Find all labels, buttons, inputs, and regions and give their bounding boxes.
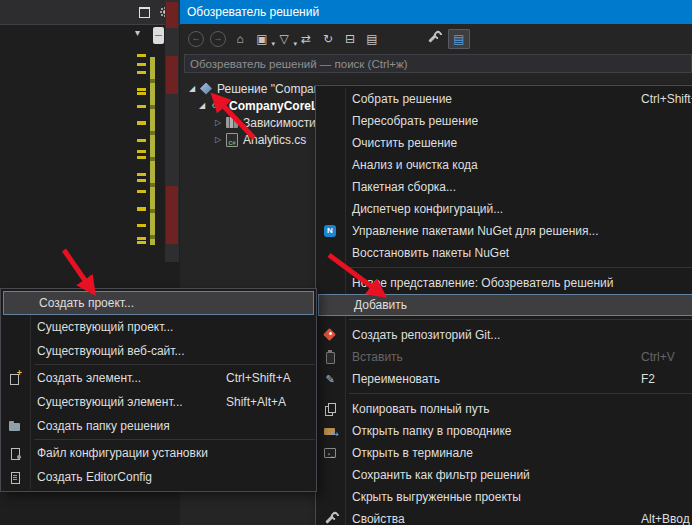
menu-item-save-as-solution-filter[interactable]: Сохранить как фильтр решений (316, 464, 692, 486)
menu-item-label: Очистить решение (352, 136, 457, 150)
csharp-file-icon (226, 133, 238, 147)
menu-item-paste[interactable]: ВставитьCtrl+V (316, 346, 692, 368)
folder-icon (8, 419, 22, 433)
search-placeholder: Обозреватель решений — поиск (Ctrl+ж) (190, 58, 408, 70)
refresh-icon[interactable]: ↻ (320, 31, 336, 47)
menu-item-configuration-manager[interactable]: Диспетчер конфигураций... (316, 198, 692, 220)
expander-icon[interactable]: ▷ (212, 136, 224, 144)
menu-item-rename[interactable]: ПереименоватьF2 (316, 368, 692, 390)
menu-item-existing-web-site[interactable]: Существующий веб-сайт... (1, 339, 316, 363)
menu-separator (349, 319, 692, 320)
tree-item-label: Зависимости (243, 116, 316, 130)
menu-item-add[interactable]: Добавить▶ (318, 294, 692, 316)
menu-item-shortcut: Ctrl+Shift+A (226, 371, 291, 385)
menu-item-label: Создать проект... (39, 296, 134, 310)
folder-open-icon (323, 424, 337, 438)
menu-item-restore-nuget-packages[interactable]: Восстановить пакеты NuGet (316, 242, 692, 264)
menu-item-analyze-and-code-cleanup[interactable]: Анализ и очистка кода (316, 154, 692, 176)
expander-icon[interactable]: ◢ (196, 102, 208, 110)
menu-item-hide-unloaded-projects[interactable]: Скрыть выгруженные проекты (316, 486, 692, 508)
menu-item-build-solution[interactable]: Собрать решениеCtrl+Shift+B (316, 88, 692, 110)
menu-item-shortcut: Shift+Alt+A (226, 395, 286, 409)
menu-item-label: Пакетная сборка... (352, 180, 456, 194)
sync-with-active-document-icon[interactable]: ⇄ (298, 31, 314, 47)
menu-item-clean-solution[interactable]: Очистить решение (316, 132, 692, 154)
pending-changes-filter-icon[interactable]: ▽ (276, 31, 292, 47)
menu-separator (349, 267, 692, 268)
home-icon[interactable]: ⌂ (232, 31, 248, 47)
menu-item-new-solution-folder[interactable]: Создать папку решения (1, 414, 316, 438)
menu-item-existing-project[interactable]: Существующий проект... (1, 315, 316, 339)
error-mark (166, 56, 178, 94)
search-input[interactable]: Обозреватель решений — поиск (Ctrl+ж) (184, 54, 692, 73)
expander-icon[interactable]: ◢ (186, 85, 198, 93)
menu-item-label: Сохранить как фильтр решений (352, 468, 530, 482)
error-mark (166, 186, 178, 244)
menu-item-installation-configuration-file[interactable]: Файл конфигурации установки (1, 441, 316, 465)
menu-item-label: Пересобрать решение (352, 114, 478, 128)
menu-item-label: Создать EditorConfig (37, 470, 152, 484)
menu-item-label: Скрыть выгруженные проекты (352, 490, 521, 504)
visual-studio-window: Обозреватель решений ←→⌂▣▽⇄↻⊟▤▤ Обозрева… (0, 0, 692, 525)
chevron-down-icon[interactable] (135, 27, 140, 38)
menu-item-label: Создать элемент... (37, 371, 141, 385)
copy-path-icon (323, 402, 337, 416)
split-handle-icon[interactable] (153, 27, 164, 44)
menu-item-label: Существующий веб-сайт... (37, 344, 185, 358)
menu-item-properties[interactable]: СвойстваAlt+Ввод (316, 508, 692, 525)
git-icon (323, 328, 337, 342)
menu-item-copy-full-path[interactable]: Копировать полный путь (316, 398, 692, 420)
menu-item-rebuild-solution[interactable]: Пересобрать решение (316, 110, 692, 132)
menu-separator (34, 364, 315, 365)
menu-item-new-editorconfig[interactable]: Создать EditorConfig (1, 465, 316, 489)
menu-item-batch-build[interactable]: Пакетная сборка... (316, 176, 692, 198)
menu-item-open-in-terminal[interactable]: Открыть в терминале (316, 442, 692, 464)
tree-item-label: Решение "Compan (217, 82, 320, 96)
tree-item-label: Analytics.cs (243, 133, 306, 147)
menu-item-label: Существующий проект... (37, 320, 173, 334)
modified-lines-marks (137, 54, 146, 248)
solution-context-menu: Собрать решениеCtrl+Shift+BПересобрать р… (315, 85, 692, 525)
config-file-icon (8, 446, 22, 460)
rename-icon (323, 372, 337, 386)
nuget-icon (323, 224, 337, 238)
preview-selected-items-icon[interactable]: ▤ (448, 29, 470, 49)
forward-icon[interactable]: → (210, 31, 226, 47)
menu-item-new-item[interactable]: Создать элемент...Ctrl+Shift+A (1, 366, 316, 390)
menu-item-label: Открыть в терминале (352, 446, 473, 460)
menu-item-label: Восстановить пакеты NuGet (352, 246, 509, 260)
back-icon[interactable]: ← (188, 31, 204, 47)
menu-item-existing-item[interactable]: Существующий элемент...Shift+Alt+A (1, 390, 316, 414)
menu-item-label: Существующий элемент... (37, 395, 183, 409)
menu-item-new-solution-explorer-view[interactable]: Новое представление: Обозреватель решени… (316, 272, 692, 294)
collapse-all-icon[interactable]: ⊟ (342, 31, 358, 47)
menu-item-label: Собрать решение (352, 92, 452, 106)
solution-icon (200, 83, 212, 95)
panel-title: Обозреватель решений (187, 5, 319, 19)
panel-titlebar[interactable]: Обозреватель решений (180, 0, 692, 24)
menu-item-open-folder-in-explorer[interactable]: Открыть папку в проводнике (316, 420, 692, 442)
menu-item-label: Вставить (352, 350, 403, 364)
menu-item-label: Переименовать (352, 372, 440, 386)
change-tracking-strip (150, 57, 155, 245)
show-all-files-icon[interactable]: ▤ (364, 31, 380, 47)
menu-item-label: Управление пакетами NuGet для решения... (352, 224, 599, 238)
properties-icon[interactable] (426, 31, 442, 47)
menu-item-manage-nuget-packages[interactable]: Управление пакетами NuGet для решения... (316, 220, 692, 242)
menu-item-label: Свойства (352, 512, 405, 525)
menu-separator (34, 439, 315, 440)
menu-item-new-project[interactable]: Создать проект... (3, 291, 314, 315)
menu-item-shortcut: Ctrl+Shift+B (641, 92, 692, 106)
switch-views-icon[interactable]: ▣ (254, 31, 270, 47)
new-item-icon (8, 371, 22, 385)
expander-icon[interactable]: ▷ (212, 119, 224, 127)
tree-item-label: CompanyCoreL (229, 99, 318, 113)
menu-item-create-git-repository[interactable]: Создать репозиторий Git... (316, 324, 692, 346)
restore-window-icon[interactable] (139, 7, 150, 18)
menu-item-label: Новое представление: Обозреватель решени… (352, 276, 613, 290)
error-mark (166, 2, 178, 28)
menu-item-label: Создать репозиторий Git... (352, 328, 500, 342)
editor-scrollbar[interactable] (165, 0, 179, 262)
dependencies-icon (226, 117, 238, 128)
menu-item-label: Добавить (354, 298, 407, 312)
